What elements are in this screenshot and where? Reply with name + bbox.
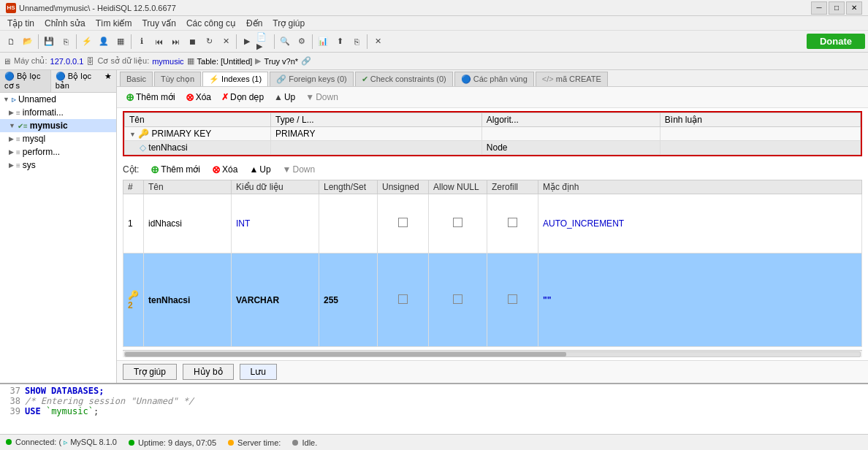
col-down-btn[interactable]: ▼ Down (280, 163, 319, 176)
tab-basic[interactable]: Basic (120, 72, 153, 86)
window-controls[interactable]: ─ □ ✕ (811, 1, 862, 15)
zerofill-check-2[interactable] (508, 294, 517, 304)
menu-edit[interactable]: Chỉnh sửa (40, 17, 90, 30)
menu-query[interactable]: Truy vấn (137, 17, 180, 30)
filter-server-tab[interactable]: 🔵 Bộ lọc cơ s (0, 70, 51, 92)
donate-button[interactable]: Donate (807, 34, 865, 49)
db-value[interactable]: mymusic (152, 57, 183, 66)
sidebar-item-mysql[interactable]: ▶ ≡ mysql (0, 132, 116, 145)
horizontal-scrollbar[interactable] (123, 350, 862, 357)
col-th-length: Length/Set (319, 180, 378, 194)
index-down-btn[interactable]: ▼ Down (302, 91, 341, 104)
index-row-primary[interactable]: ▼ 🔑 PRIMARY KEY PRIMARY (125, 127, 861, 141)
query-label[interactable]: Truy v?n* (264, 57, 298, 66)
tb-next[interactable]: ⏭ (167, 34, 183, 50)
tb-export[interactable]: ⬆ (332, 34, 348, 50)
zerofill-check-1[interactable] (508, 218, 517, 227)
menu-tools[interactable]: Các công cụ (182, 17, 240, 30)
index-toolbar: ⊕ Thêm mới ⊗ Xóa ✗ Dọn dẹp ▲ Up ▼ Down (117, 87, 868, 108)
allownull-check-2[interactable] (453, 294, 462, 304)
tb-copy[interactable]: ⎘ (58, 34, 74, 50)
tb-refresh[interactable]: ↻ (201, 34, 217, 50)
server-value[interactable]: 127.0.0.1 (50, 57, 84, 66)
col-delete-btn[interactable]: ⊗ Xóa (209, 162, 240, 177)
up-arrow-icon: ▲ (274, 92, 283, 102)
help-button[interactable]: Trợ giúp (123, 364, 177, 380)
tab-indexes[interactable]: ⚡ Indexes (1) (202, 72, 268, 86)
sidebar-item-mymusic[interactable]: ▼ ✔≡ mymusic (0, 119, 116, 132)
col-down-label: Down (293, 164, 316, 175)
tab-check-constraints[interactable]: ✔ Check constraints (0) (355, 72, 453, 86)
footer-buttons: Trợ giúp Hủy bỏ Lưu (117, 360, 868, 383)
idle-dot (292, 440, 298, 446)
unsigned-check-2[interactable] (398, 294, 408, 304)
maximize-button[interactable]: □ (829, 1, 845, 15)
expand-icon: ▶ (9, 135, 14, 142)
tab-partitions[interactable]: 🔵 Các phân vùng (454, 72, 534, 86)
unsigned-check-1[interactable] (398, 218, 408, 227)
expand-icon: ▶ (9, 148, 14, 156)
col-header-name: Tên (125, 113, 271, 127)
index-col-algo: Node (481, 141, 660, 155)
index-row-col[interactable]: ◇ tenNhacsi Node (125, 141, 861, 155)
filter-table-tab[interactable]: 🔵 Bộ lọc bản (51, 70, 100, 92)
tb-open[interactable]: 📂 (20, 34, 36, 50)
tb-prev[interactable]: ⏮ (151, 34, 167, 50)
menu-search[interactable]: Tìm kiếm (91, 17, 137, 30)
index-primary-type: PRIMARY (271, 127, 482, 141)
tb-connect[interactable]: ⚡ (79, 34, 95, 50)
col-row-2[interactable]: 🔑 2 tenNhacsi VARCHAR 255 "" (123, 253, 862, 347)
scroll-thumb[interactable] (125, 352, 566, 356)
index-clean-btn[interactable]: ✗ Dọn dẹp (218, 91, 267, 104)
tb-search[interactable]: 🔍 (277, 34, 293, 50)
tb-new[interactable]: 🗋 (3, 34, 19, 50)
col-th-allownull: Allow NULL (429, 180, 487, 194)
col-up-btn[interactable]: ▲ Up (246, 163, 273, 176)
index-delete-btn[interactable]: ⊗ Xóa (183, 90, 214, 104)
tb-close[interactable]: ✕ (370, 34, 386, 50)
sql-line-38: 38 /* Entering session "Unnamed" */ (6, 396, 862, 406)
tb-info[interactable]: ℹ (134, 34, 150, 50)
save-button[interactable]: Lưu (240, 364, 277, 380)
index-add-label: Thêm mới (136, 92, 175, 102)
cross-icon: ⊗ (212, 164, 221, 175)
sidebar-item-sys[interactable]: ▶ ≡ sys (0, 159, 116, 172)
index-up-btn[interactable]: ▲ Up (271, 91, 298, 104)
sidebar-item-unnamed[interactable]: ▼ ▹ Unnamed (0, 93, 116, 106)
minimize-button[interactable]: ─ (811, 1, 827, 15)
down-arrow-icon: ▼ (283, 164, 292, 175)
tab-foreign-keys[interactable]: 🔗 Foreign keys (0) (270, 72, 354, 86)
menu-help[interactable]: Trợ giúp (268, 17, 309, 30)
menu-file[interactable]: Tập tin (3, 17, 39, 30)
tb-save[interactable]: 💾 (41, 34, 57, 50)
close-button[interactable]: ✕ (846, 1, 862, 15)
tb-filter[interactable]: ⚙ (294, 34, 310, 50)
tb-misc[interactable]: ⎘ (349, 34, 365, 50)
menu-go[interactable]: Đến (242, 17, 267, 30)
tab-options[interactable]: Tùy chọn (154, 72, 201, 86)
col-add-btn[interactable]: ⊕ Thêm mới (148, 162, 203, 177)
cross-icon: ⊗ (186, 91, 194, 103)
tb-chart[interactable]: 📊 (315, 34, 331, 50)
favorites-tab[interactable]: ★ (100, 70, 116, 92)
table-label[interactable]: Table: [Untitled] (197, 57, 253, 66)
col-row-1[interactable]: 1 idNhacsi INT AUTO_INCREMENT (123, 194, 862, 253)
tab-create-code[interactable]: </> mã CREATE (536, 72, 608, 86)
cancel-button[interactable]: Hủy bỏ (183, 364, 234, 380)
scroll-track[interactable] (124, 351, 861, 357)
tb-stop[interactable]: ⏹ (184, 34, 200, 50)
db-label: Cơ sở dữ liệu: (97, 56, 149, 66)
tb-cancel[interactable]: ✕ (218, 34, 234, 50)
index-add-btn[interactable]: ⊕ Thêm mới (123, 90, 178, 104)
server-icon: 🖥 (3, 57, 11, 66)
sidebar-item-informati[interactable]: ▶ ≡ informati... (0, 106, 116, 119)
tb-run-file[interactable]: 📄▶ (256, 34, 272, 50)
sidebar-item-perform[interactable]: ▶ ≡ perform... (0, 145, 116, 159)
x-red-icon: ✗ (221, 92, 229, 102)
db-icon: ≡ (16, 148, 20, 156)
tb-user[interactable]: 👤 (96, 34, 112, 50)
tb-run[interactable]: ▶ (239, 34, 255, 50)
tb-table[interactable]: ▦ (113, 34, 129, 50)
allownull-check-1[interactable] (453, 218, 462, 227)
col-th-unsigned: Unsigned (378, 180, 429, 194)
